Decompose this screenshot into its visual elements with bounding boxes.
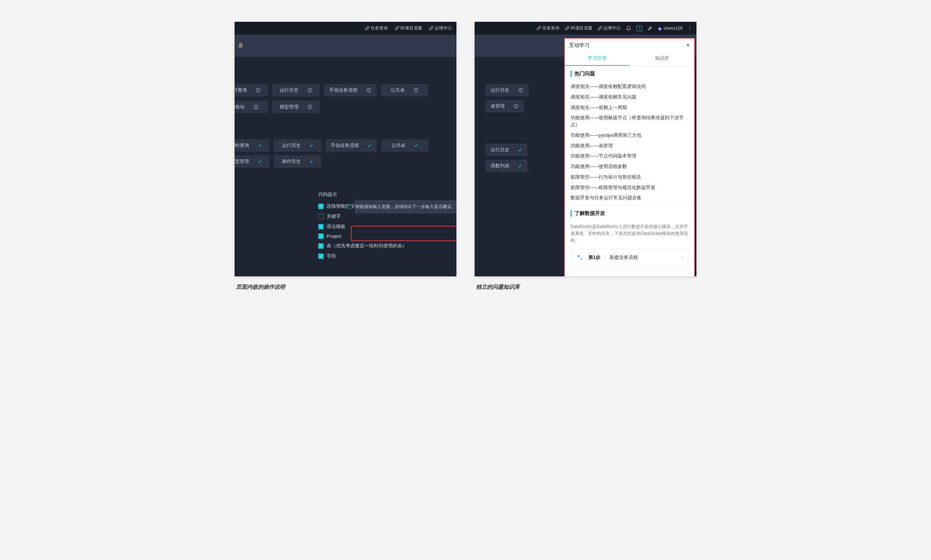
checkbox-icon[interactable] <box>318 224 324 229</box>
check-icon: ✓ <box>258 159 262 165</box>
kb-step-2[interactable]: 第2步 新建表 › <box>571 271 688 276</box>
checkbox-row-syntax[interactable]: 语法模板 <box>318 223 456 230</box>
kb-list-item[interactable]: 调度相关——调度依赖常见问题 <box>571 92 688 103</box>
wrench-icon[interactable] <box>647 25 653 31</box>
chip-table-mgmt[interactable]: 表管理 <box>486 100 524 112</box>
checkbox-row-table[interactable]: 表（优先考虑最近一段时间使用的表） <box>318 243 456 249</box>
chip-row: 回收站 模型管理 <box>235 99 456 115</box>
diamond-icon: ◆ <box>658 25 662 31</box>
chip-model-mgmt[interactable]: 模型管理✓ <box>235 155 269 168</box>
kb-list-item[interactable]: 权限管控——行为审计与管控相关 <box>571 172 688 183</box>
topbar-link-ops[interactable]: 运维中心 <box>429 25 452 31</box>
chip-run-history[interactable]: 运行历史✓ <box>274 139 321 152</box>
kb-list-item[interactable]: 功能使用——节点代码版本管理 <box>571 151 688 162</box>
check-icon: ✓ <box>518 163 522 169</box>
topbar-link-publish[interactable]: 任务发布 <box>536 25 560 31</box>
check-icon: ✓ <box>309 143 314 148</box>
kb-know-heading: 了解数据开发 <box>571 210 688 217</box>
kb-list-item[interactable]: 调度相关——依赖上一周期 <box>571 103 688 113</box>
checkbox-icon[interactable] <box>318 204 324 209</box>
link-icon <box>597 26 602 31</box>
check-icon: ✓ <box>414 143 418 148</box>
checkbox-row-smart[interactable]: 连续智能提示 ? 智能感知输入意图，连续给出下一步输入提示建议。 <box>318 203 456 209</box>
kb-list-item[interactable]: 功能使用——表管理 <box>571 141 688 151</box>
checkbox-row-project[interactable]: Project <box>318 234 456 239</box>
chip-public-table[interactable]: 公共表✓ <box>381 139 428 152</box>
flow-icon <box>576 254 584 262</box>
chip-recycle[interactable]: 回收站 <box>235 101 268 113</box>
chip-run-history[interactable]: 运行历史✓ <box>486 144 527 156</box>
chip-op-history[interactable]: 操作历史✓ <box>274 155 321 168</box>
chip-public-table[interactable]: 公共表 <box>381 84 428 96</box>
minus-icon <box>307 88 312 93</box>
check-icon: ✓ <box>518 147 522 153</box>
kb-step-1[interactable]: 第1步 新建业务流程 › <box>571 249 688 266</box>
checkbox-row-column[interactable]: 字段 <box>318 253 456 259</box>
topbar-link-clone[interactable]: 跨项目克隆 <box>395 25 422 31</box>
chip-row: ✓ 临时查询✓ 运行历史✓ 手动业务流程✓ 公共表✓ <box>235 137 456 154</box>
chevron-right-icon: › <box>682 255 683 260</box>
checkbox-icon[interactable] <box>318 214 324 219</box>
kb-hot-heading: 热门问题 <box>571 71 688 77</box>
chip-row: 临时查询 运行历史 手动业务流程 公共表 <box>235 82 456 99</box>
svg-rect-1 <box>580 257 583 260</box>
topbar-link-clone[interactable]: 跨项目克隆 <box>565 25 592 31</box>
kb-tab-library[interactable]: 知识库 <box>629 51 694 66</box>
kb-know-desc: DataStudio是DataWorks上进行数据开发的核心模块，支持开发离线、… <box>565 223 694 249</box>
kb-title: 互动学习 <box>569 42 589 49</box>
link-icon <box>429 26 434 31</box>
chip-row: ✓ 模型管理✓ 操作历史✓ <box>235 154 456 169</box>
left-caption: 页面内嵌的操作说明 <box>236 284 456 291</box>
chip-temp-query[interactable]: 临时查询 <box>235 84 268 96</box>
kb-list-item[interactable]: 功能使用——使用流程参数 <box>571 162 688 172</box>
checkbox-row-keyword[interactable]: 关键字 <box>318 213 456 220</box>
right-caption: 独立的问题知识库 <box>476 284 696 291</box>
checkbox-icon[interactable] <box>318 243 324 249</box>
minus-icon <box>254 105 259 109</box>
kb-list-item[interactable]: 数据开发与任务运行常见问题合集 <box>571 193 688 203</box>
link-icon <box>395 26 399 31</box>
chip-temp-query[interactable]: 临时查询✓ <box>235 139 269 152</box>
chip-func-list[interactable]: 函数列表✓ <box>486 160 527 172</box>
minus-icon <box>255 88 261 93</box>
more-icon[interactable]: ⋮ <box>688 26 692 31</box>
link-icon <box>536 26 541 31</box>
check-icon: ✓ <box>258 143 262 148</box>
bell-icon[interactable] <box>626 25 631 31</box>
code-hint-section: 代码提示 连续智能提示 ? 智能感知输入意图，连续给出下一步输入提示建议。 关键… <box>318 191 456 259</box>
link-icon <box>365 26 369 31</box>
checkbox-icon[interactable] <box>318 254 324 259</box>
kb-list-item[interactable]: 调度相关——调度依赖配置逻辑说明 <box>571 82 688 92</box>
kb-list-item[interactable]: 功能使用——pyodps调用第三方包 <box>571 130 688 141</box>
close-icon[interactable]: × <box>686 42 690 49</box>
knowledge-panel: 互动学习 × 学习引导 知识库 热门问题 调度相关——调度依赖配置逻辑说明 调度… <box>564 38 695 276</box>
kb-hot-list: 调度相关——调度依赖配置逻辑说明 调度相关——调度依赖常见问题 调度相关——依赖… <box>571 82 688 203</box>
minus-icon <box>514 104 519 109</box>
left-panel: 任务发布 跨项目克隆 运维中心 夏 临时查询 运行历史 手动业务流程 公共表 回… <box>235 22 456 276</box>
table-icon <box>576 275 584 276</box>
topbar: 任务发布 跨项目克隆 运维中心 ? ◆ chenx109 ⋮ <box>475 22 696 35</box>
kb-list-item[interactable]: 权限管控——权限管理与规范化数据开发 <box>571 183 688 193</box>
help-icon[interactable]: ? <box>347 205 352 209</box>
chip-manual-flow[interactable]: 手动业务流程✓ <box>325 139 377 152</box>
user-menu[interactable]: ◆ chenx109 <box>658 25 683 31</box>
tooltip: ? 智能感知输入意图，连续给出下一步输入提示建议。 <box>355 200 456 214</box>
subbar: 夏 <box>235 35 456 57</box>
link-icon <box>565 26 569 31</box>
help-icon[interactable]: ? <box>636 25 642 31</box>
check-icon: ✓ <box>309 159 314 165</box>
check-icon: ✓ <box>368 143 372 148</box>
chip-model-mgmt[interactable]: 模型管理 <box>272 101 320 113</box>
chip-run-history[interactable]: 运行历史 <box>486 84 528 96</box>
kb-list-item[interactable]: 功能使用——使用赋值节点（将查询结果传递到下游节点） <box>571 113 688 130</box>
chip-manual-flow[interactable]: 手动业务流程 <box>324 84 376 96</box>
checkbox-icon[interactable] <box>318 234 324 239</box>
chip-run-history[interactable]: 运行历史 <box>272 84 320 96</box>
kb-tab-guide[interactable]: 学习引导 <box>565 51 629 66</box>
minus-icon <box>518 88 523 93</box>
topbar-link-ops[interactable]: 运维中心 <box>597 25 621 31</box>
minus-icon <box>366 88 371 93</box>
minus-icon <box>414 88 419 93</box>
topbar-link-publish[interactable]: 任务发布 <box>365 25 388 31</box>
svg-rect-0 <box>577 255 580 257</box>
